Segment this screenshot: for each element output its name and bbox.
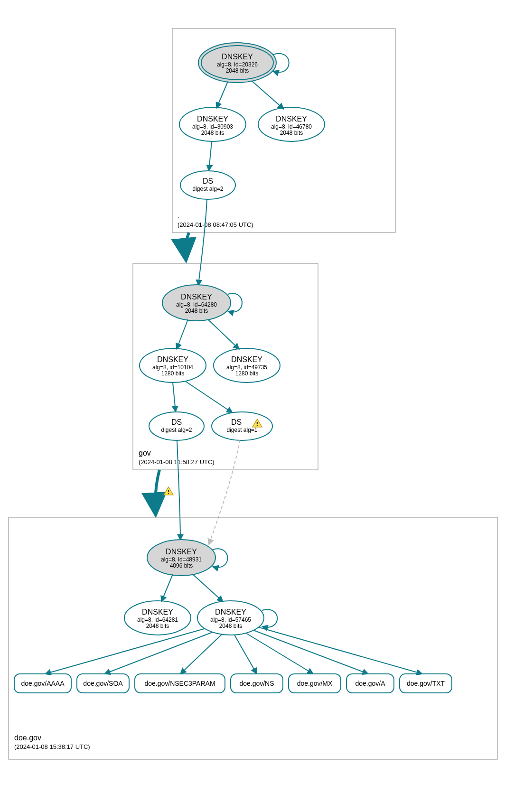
rrset-soa[interactable]: doe.gov/SOA xyxy=(77,674,129,693)
rrset-aaaa[interactable]: doe.gov/AAAA xyxy=(14,674,71,693)
edge-zsk2-a xyxy=(253,630,368,674)
edge-rootksk-zsk1 xyxy=(216,82,228,108)
node-root-ksk[interactable]: DNSKEY alg=8, id=20326 2048 bits xyxy=(198,43,276,83)
svg-text:DNSKEY: DNSKEY xyxy=(142,608,173,616)
node-gov-zsk2[interactable]: DNSKEY alg=8, id=49735 1280 bits xyxy=(214,348,280,383)
svg-text:alg=8, id=64280: alg=8, id=64280 xyxy=(176,301,217,308)
node-gov-ds1[interactable]: DS digest alg=2 xyxy=(149,412,204,440)
svg-text:doe.gov/NS: doe.gov/NS xyxy=(239,680,274,687)
zone-doe: doe.gov (2024-01-08 15:38:17 UTC) DNSKEY… xyxy=(9,517,497,759)
svg-text:1280 bits: 1280 bits xyxy=(235,370,259,377)
edge-govds1-to-doeksk xyxy=(177,440,180,540)
svg-text:alg=8, id=10104: alg=8, id=10104 xyxy=(152,364,193,371)
svg-text:2048 bits: 2048 bits xyxy=(201,130,224,136)
edge-govzsk1-ds1 xyxy=(173,383,176,412)
edge-govzsk1-ds2 xyxy=(185,381,233,413)
edge-root-to-gov-delegation xyxy=(186,233,189,261)
svg-text:doe.gov/NSEC3PARAM: doe.gov/NSEC3PARAM xyxy=(144,680,215,687)
zone-gov-timestamp: (2024-01-08 11:58:27 UTC) xyxy=(139,458,215,466)
node-root-ds[interactable]: DS digest alg=2 xyxy=(180,171,235,199)
zone-doe-timestamp: (2024-01-08 15:38:17 UTC) xyxy=(14,743,90,750)
node-gov-zsk1[interactable]: DNSKEY alg=8, id=10104 1280 bits xyxy=(140,348,206,383)
svg-text:alg=8, id=64281: alg=8, id=64281 xyxy=(137,616,178,623)
svg-text:4096 bits: 4096 bits xyxy=(170,562,193,569)
zone-root: . (2024-01-08 08:47:05 UTC) DNSKEY alg=8… xyxy=(172,28,395,233)
svg-text:digest alg=1: digest alg=1 xyxy=(226,427,257,433)
svg-point-16 xyxy=(180,171,235,199)
node-root-zsk2[interactable]: DNSKEY alg=8, id=46780 2048 bits xyxy=(258,107,325,141)
edge-doeksk-zsk2 xyxy=(193,574,223,602)
svg-text:alg=8, id=20326: alg=8, id=20326 xyxy=(217,61,258,68)
zone-gov: gov (2024-01-08 11:58:27 UTC) DNSKEY alg… xyxy=(133,263,318,470)
svg-text:doe.gov/AAAA: doe.gov/AAAA xyxy=(21,680,65,687)
svg-text:1280 bits: 1280 bits xyxy=(161,370,185,377)
svg-text:digest alg=2: digest alg=2 xyxy=(161,427,192,433)
node-root-zsk1[interactable]: DNSKEY alg=8, id=30903 2048 bits xyxy=(179,107,246,141)
node-doe-ksk[interactable]: DNSKEY alg=8, id=48931 4096 bits xyxy=(147,540,215,576)
edge-zsk2-mx xyxy=(246,633,313,674)
svg-text:alg=8, id=46780: alg=8, id=46780 xyxy=(271,123,312,130)
svg-text:doe.gov/TXT: doe.gov/TXT xyxy=(407,680,445,687)
svg-text:DNSKEY: DNSKEY xyxy=(215,608,246,616)
rrset-mx[interactable]: doe.gov/MX xyxy=(289,674,341,693)
svg-text:2048 bits: 2048 bits xyxy=(185,308,208,314)
edge-gov-to-doe-delegation xyxy=(155,470,159,515)
edge-rootksk-zsk2 xyxy=(252,81,284,109)
svg-text:DNSKEY: DNSKEY xyxy=(166,548,197,556)
edge-zsk2-txt xyxy=(259,627,422,674)
svg-rect-38 xyxy=(9,517,497,759)
edge-rootds-to-govksk xyxy=(198,199,207,286)
svg-text:DS: DS xyxy=(231,418,242,426)
warning-icon xyxy=(164,487,173,495)
edge-govksk-zsk1 xyxy=(177,319,188,349)
zone-root-timestamp: (2024-01-08 08:47:05 UTC) xyxy=(178,221,253,228)
svg-text:DNSKEY: DNSKEY xyxy=(276,115,307,123)
svg-text:DNSKEY: DNSKEY xyxy=(157,355,188,364)
rrset-ns[interactable]: doe.gov/NS xyxy=(231,674,283,693)
svg-point-32 xyxy=(149,412,204,440)
svg-text:doe.gov/A: doe.gov/A xyxy=(355,680,385,687)
edge-zsk2-ns xyxy=(234,635,257,674)
svg-text:DNSKEY: DNSKEY xyxy=(181,293,212,301)
edge-zsk2-soa xyxy=(104,632,213,674)
svg-text:DS: DS xyxy=(171,418,182,426)
svg-text:alg=8, id=48931: alg=8, id=48931 xyxy=(161,556,202,563)
svg-text:2048 bits: 2048 bits xyxy=(219,623,243,629)
svg-text:alg=8, id=57465: alg=8, id=57465 xyxy=(210,616,251,623)
svg-text:2048 bits: 2048 bits xyxy=(280,130,303,136)
rrset-txt[interactable]: doe.gov/TXT xyxy=(400,674,452,693)
svg-text:DNSKEY: DNSKEY xyxy=(197,115,228,123)
rrset-nsec3param[interactable]: doe.gov/NSEC3PARAM xyxy=(135,674,225,693)
svg-text:alg=8, id=30903: alg=8, id=30903 xyxy=(192,123,233,130)
node-doe-zsk1[interactable]: DNSKEY alg=8, id=64281 2048 bits xyxy=(124,601,191,635)
svg-text:doe.gov/SOA: doe.gov/SOA xyxy=(83,680,123,687)
edge-doeksk-zsk1 xyxy=(161,574,173,602)
zone-root-name: . xyxy=(178,212,179,220)
svg-text:DS: DS xyxy=(203,177,213,185)
edge-zsk2-aaaa xyxy=(45,629,204,674)
zone-gov-name: gov xyxy=(139,449,151,457)
edge-zsk2-nsec3param xyxy=(180,634,222,674)
svg-text:digest alg=2: digest alg=2 xyxy=(192,186,223,192)
rrset-a[interactable]: doe.gov/A xyxy=(346,674,394,693)
node-doe-zsk2[interactable]: DNSKEY alg=8, id=57465 2048 bits xyxy=(197,601,264,635)
edge-govksk-zsk2 xyxy=(208,319,239,349)
edge-govds2-to-doeksk xyxy=(209,440,240,545)
svg-point-35 xyxy=(212,412,272,440)
svg-text:doe.gov/MX: doe.gov/MX xyxy=(297,680,333,687)
svg-text:DNSKEY: DNSKEY xyxy=(231,355,262,364)
svg-text:2048 bits: 2048 bits xyxy=(226,67,249,74)
zone-doe-name: doe.gov xyxy=(14,734,41,742)
svg-text:alg=8, id=49735: alg=8, id=49735 xyxy=(226,364,267,371)
svg-text:DNSKEY: DNSKEY xyxy=(222,53,253,61)
svg-text:2048 bits: 2048 bits xyxy=(146,623,169,629)
node-gov-ksk[interactable]: DNSKEY alg=8, id=64280 2048 bits xyxy=(162,285,231,321)
node-gov-ds2[interactable]: DS digest alg=1 xyxy=(212,412,272,440)
edge-rootzsk1-ds xyxy=(209,141,212,171)
